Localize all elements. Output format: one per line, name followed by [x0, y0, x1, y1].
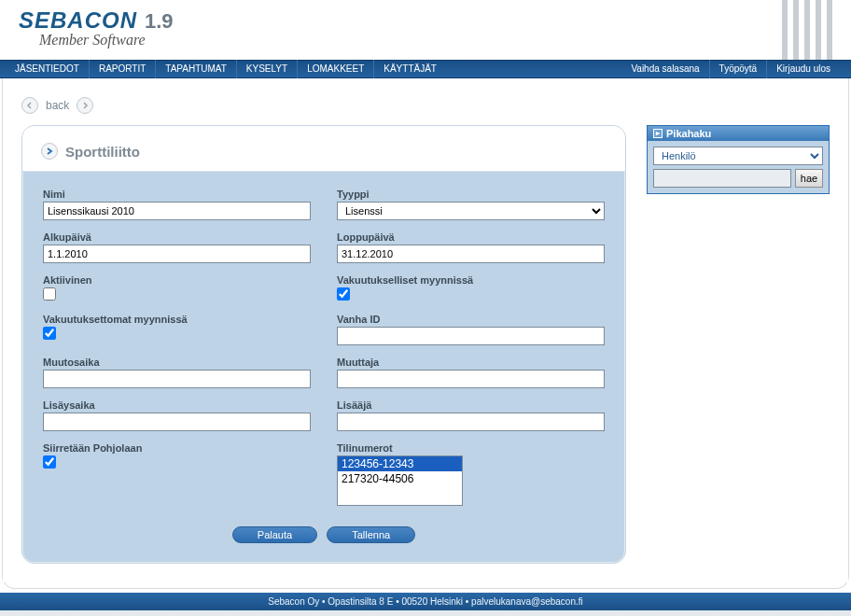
field-tyyppi: Tyyppi Lisenssi [337, 189, 605, 220]
input-alkupaiva[interactable] [43, 245, 311, 263]
back-row: back [21, 97, 830, 114]
checkbox-vakuutukselliset[interactable] [337, 287, 350, 301]
logo: SEBACON 1.9 [19, 7, 851, 34]
save-button[interactable]: Tallenna [327, 526, 415, 543]
panel-title-row: Sporttiliitto [22, 126, 625, 172]
quick-search-title: Pikahaku [666, 128, 711, 139]
nav-lomakkeet[interactable]: LOMAKKEET [297, 60, 373, 78]
input-vanha-id[interactable] [337, 327, 605, 345]
label-nimi: Nimi [43, 189, 311, 200]
label-lisaysaika: Lisäysaika [43, 399, 311, 411]
back-label[interactable]: back [46, 99, 69, 112]
field-aktiivinen: Aktiivinen [43, 274, 311, 302]
quick-search-input[interactable] [653, 169, 791, 188]
input-lisaysaika[interactable] [43, 413, 311, 431]
nav-logout[interactable]: Kirjaudu ulos [766, 60, 840, 78]
field-vakuutukselliset: Vakuutukselliset myynnissä [337, 274, 605, 302]
field-lisaysaika: Lisäysaika [43, 399, 311, 431]
field-vakuutuksettomat: Vakuutuksettomat myynnissä [43, 314, 311, 345]
main-nav: JÄSENTIEDOT RAPORTIT TAPAHTUMAT KYSELYT … [0, 60, 851, 78]
panel-arrow-icon [41, 143, 58, 160]
input-lisaaja[interactable] [337, 413, 605, 431]
label-vanha-id: Vanha ID [337, 314, 605, 325]
input-loppupaiva[interactable] [337, 245, 605, 263]
nav-desktop[interactable]: Työpöytä [709, 60, 767, 78]
field-alkupaiva: Alkupäivä [43, 231, 311, 263]
input-nimi[interactable] [43, 202, 311, 220]
panel-title: Sporttiliitto [65, 144, 140, 160]
quick-search-button[interactable]: hae [795, 169, 823, 188]
label-siirretaan: Siirretään Pohjolaan [43, 442, 311, 454]
field-muutosaika: Muutosaika [43, 357, 311, 388]
field-siirretaan: Siirretään Pohjolaan [43, 442, 311, 506]
checkbox-siirretaan[interactable] [43, 455, 56, 469]
header-stripes-icon [782, 0, 832, 60]
label-muuttaja: Muuttaja [337, 357, 605, 368]
label-tilinumerot: Tilinumerot [337, 442, 605, 454]
label-vakuutuksettomat: Vakuutuksettomat myynnissä [43, 314, 311, 325]
quick-search-type-select[interactable]: Henkilö [653, 147, 823, 165]
label-aktiivinen: Aktiivinen [43, 274, 311, 286]
quick-search-title-row: ▸ Pikahaku [648, 126, 829, 141]
label-loppupaiva: Loppupäivä [337, 231, 605, 243]
logo-subtitle: Member Software [39, 32, 851, 49]
logo-name: SEBACON [19, 7, 137, 34]
nav-jasentiedot[interactable]: JÄSENTIEDOT [11, 60, 89, 78]
checkbox-aktiivinen[interactable] [43, 287, 56, 301]
footer: Sebacon Oy • Opastinsilta 8 E • 00520 He… [0, 593, 851, 610]
field-loppupaiva: Loppupäivä [337, 231, 605, 263]
nav-tapahtumat[interactable]: TAPAHTUMAT [155, 60, 236, 78]
quick-search-panel: ▸ Pikahaku Henkilö hae [647, 125, 830, 194]
label-tyyppi: Tyyppi [337, 189, 605, 200]
list-item[interactable]: 217320-44506 [338, 471, 462, 486]
select-tyyppi[interactable]: Lisenssi [337, 202, 605, 220]
input-muuttaja[interactable] [337, 370, 605, 388]
label-alkupaiva: Alkupäivä [43, 231, 311, 243]
nav-change-password[interactable]: Vaihda salasana [621, 60, 708, 78]
form-panel: Sporttiliitto Nimi Tyyppi Lisenssi [21, 125, 626, 564]
checkbox-vakuutuksettomat[interactable] [43, 327, 56, 340]
input-muutosaika[interactable] [43, 370, 311, 388]
header: SEBACON 1.9 Member Software [0, 0, 851, 60]
nav-raportit[interactable]: RAPORTIT [89, 60, 155, 78]
field-vanha-id: Vanha ID [337, 314, 605, 345]
label-lisaaja: Lisääjä [337, 399, 605, 411]
field-muuttaja: Muuttaja [337, 357, 605, 388]
list-item[interactable]: 123456-12343 [338, 456, 462, 471]
label-muutosaika: Muutosaika [43, 357, 311, 368]
field-lisaaja: Lisääjä [337, 399, 605, 431]
reset-button[interactable]: Palauta [232, 526, 317, 543]
logo-version: 1.9 [145, 9, 174, 34]
field-tilinumerot: Tilinumerot 123456-12343 217320-44506 [337, 442, 605, 506]
nav-kyselyt[interactable]: KYSELYT [236, 60, 297, 78]
field-nimi: Nimi [43, 189, 311, 220]
back-arrow-left-icon[interactable] [21, 97, 38, 114]
listbox-tilinumerot[interactable]: 123456-12343 217320-44506 [337, 455, 463, 506]
back-arrow-right-icon[interactable] [77, 97, 93, 114]
quick-search-toggle-icon[interactable]: ▸ [653, 129, 663, 138]
nav-kayttajat[interactable]: KÄYTTÄJÄT [373, 60, 446, 78]
label-vakuutukselliset: Vakuutukselliset myynnissä [337, 274, 605, 286]
